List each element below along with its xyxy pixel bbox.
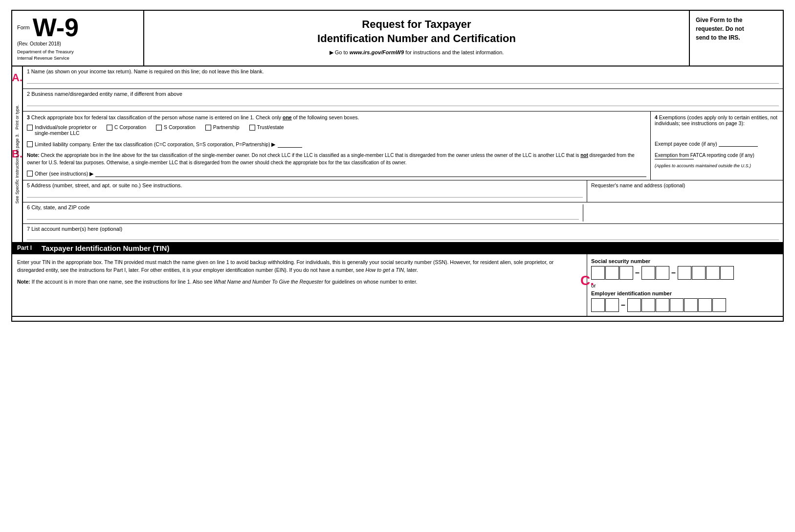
- line4-section: 4 Exemptions (codes apply only to certai…: [651, 111, 783, 180]
- ein-dash: –: [621, 301, 625, 310]
- ssn-cell-4[interactable]: [641, 266, 655, 280]
- checkbox-individual[interactable]: Individual/sole proprietor or single-mem…: [27, 124, 97, 136]
- exempt-payee-input[interactable]: [719, 146, 758, 147]
- exempt-payee: Exempt payee code (if any): [655, 141, 779, 147]
- llc-row: Limited liability company. Enter the tax…: [27, 141, 646, 148]
- line2-field: 2 Business name/disregarded entity name,…: [23, 89, 783, 111]
- marker-c: C.: [580, 273, 594, 288]
- side-label: A. Print or type. B. See Specific Instru…: [12, 66, 23, 242]
- ssn-boxes: – –: [591, 266, 779, 280]
- ein-cell-5[interactable]: [656, 298, 669, 312]
- form-label: Form: [17, 24, 30, 30]
- line6-section: 6 City, state, and ZIP code: [27, 204, 583, 222]
- line5-section: 5 Address (number, street, and apt. or s…: [23, 180, 587, 202]
- fatca-input[interactable]: [655, 159, 694, 159]
- checkbox-s-corp[interactable]: S Corporation: [156, 124, 196, 131]
- ein-label: Employer identification number: [591, 290, 779, 296]
- ssn-cell-8[interactable]: [706, 266, 720, 280]
- ssn-dash-1: –: [635, 268, 640, 277]
- line3-note: Note: Check the appropriate box in the l…: [27, 152, 646, 166]
- ein-segment-2: [627, 298, 726, 312]
- checkbox-partnership[interactable]: Partnership: [205, 124, 240, 131]
- form-w9-title: W-9: [33, 15, 79, 40]
- go-to-line: ▶ Go to www.irs.gov/FormW9 for instructi…: [149, 49, 684, 56]
- form-body: A. Print or type. B. See Specific Instru…: [12, 66, 783, 242]
- requester-block: Requester's name and address (optional): [587, 180, 783, 202]
- line6-row: 6 City, state, and ZIP code: [23, 202, 783, 224]
- checkboxes-row: Individual/sole proprietor or single-mem…: [27, 124, 646, 136]
- part1-title: Taxpayer Identification Number (TIN): [42, 244, 169, 252]
- line5-input[interactable]: [27, 191, 583, 198]
- requester-label: Requester's name and address (optional): [591, 182, 685, 188]
- checkbox-trust-box[interactable]: [249, 125, 255, 131]
- header-center: Request for Taxpayer Identification Numb…: [144, 11, 690, 66]
- checkbox-llc-box[interactable]: [27, 141, 33, 147]
- ssn-cell-2[interactable]: [605, 266, 619, 280]
- ssn-cell-3[interactable]: [619, 266, 633, 280]
- line1-input[interactable]: [27, 77, 779, 84]
- part1-label: Part I: [17, 244, 32, 251]
- ein-cell-2[interactable]: [605, 298, 619, 312]
- line3-title: 3 Check appropriate box for federal tax …: [27, 114, 646, 120]
- part1-tin-section: C. Social security number – –: [587, 254, 783, 316]
- part1-instructions: Enter your TIN in the appropriate box. T…: [12, 254, 587, 316]
- side-print-type: Print or type.: [15, 103, 20, 132]
- line4-title: 4 Exemptions (codes apply only to certai…: [655, 114, 779, 126]
- ssn-cell-9[interactable]: [720, 266, 734, 280]
- side-see-specific: See Specific Instructions on page 3.: [15, 132, 20, 206]
- line7-section: 7 List account number(s) here (optional): [23, 224, 783, 242]
- ein-cell-1[interactable]: [591, 298, 605, 312]
- ein-cell-3[interactable]: [627, 298, 641, 312]
- part1-header: Part I Taxpayer Identification Number (T…: [12, 242, 783, 254]
- part1-body: Enter your TIN in the appropriate box. T…: [12, 254, 783, 316]
- fatca-section: Exemption from FATCA reporting code (if …: [655, 153, 779, 159]
- checkbox-c-corp[interactable]: C Corporation: [107, 124, 146, 131]
- form-number-block: Form W-9: [17, 15, 138, 40]
- ssn-segment-2: [641, 266, 669, 280]
- applies-note: (Applies to accounts maintained outside …: [655, 163, 779, 168]
- header-right: Give Form to the requester. Do not send …: [690, 11, 783, 66]
- ein-cell-9[interactable]: [712, 298, 726, 312]
- line2-input[interactable]: [27, 100, 779, 106]
- rev-date: (Rev. October 2018): [17, 41, 138, 46]
- other-row[interactable]: Other (see instructions) ▶: [27, 170, 646, 177]
- line6-label: 6 City, state, and ZIP code: [27, 204, 90, 210]
- line6-input[interactable]: [27, 213, 579, 220]
- dept-line2: Internal Revenue Service: [17, 55, 138, 61]
- line5-label: 5 Address (number, street, and apt. or s…: [27, 182, 182, 188]
- line3-section: 3 Check appropriate box for federal tax …: [23, 111, 651, 180]
- form-header: Form W-9 (Rev. October 2018) Department …: [12, 11, 783, 66]
- line1-field: 1 Name (as shown on your income tax retu…: [23, 66, 783, 89]
- dept-line1: Department of the Treasury: [17, 48, 138, 55]
- ein-cell-7[interactable]: [684, 298, 698, 312]
- ein-segment-1: [591, 298, 619, 312]
- line7-label: 7 List account number(s) here (optional): [27, 226, 122, 232]
- checkbox-trust[interactable]: Trust/estate: [249, 124, 284, 131]
- requester-address[interactable]: [583, 204, 779, 222]
- line5-row: 5 Address (number, street, and apt. or s…: [23, 180, 783, 202]
- ssn-cell-5[interactable]: [656, 266, 669, 280]
- or-text: or: [591, 283, 779, 288]
- checkbox-individual-box[interactable]: [27, 125, 33, 131]
- ssn-label: Social security number: [591, 258, 779, 264]
- ssn-cell-6[interactable]: [678, 266, 691, 280]
- checkbox-other-box[interactable]: [27, 171, 33, 177]
- form-fields: 1 Name (as shown on your income tax retu…: [23, 66, 783, 242]
- checkbox-c-corp-box[interactable]: [107, 125, 112, 131]
- checkbox-partnership-box[interactable]: [205, 125, 211, 131]
- ssn-segment-1: [591, 266, 633, 280]
- llc-classification-input[interactable]: [278, 141, 302, 148]
- ein-cell-6[interactable]: [670, 298, 684, 312]
- line7-input[interactable]: [27, 234, 779, 240]
- marker-a: A.: [12, 71, 22, 84]
- line1-label: 1 Name (as shown on your income tax retu…: [27, 68, 264, 74]
- ssn-segment-3: [678, 266, 734, 280]
- ein-cell-4[interactable]: [641, 298, 655, 312]
- ssn-cell-7[interactable]: [692, 266, 706, 280]
- form-main-title: Request for Taxpayer Identification Numb…: [149, 18, 684, 45]
- bottom-border: [12, 316, 783, 321]
- other-input[interactable]: [95, 170, 646, 177]
- dept-info: Department of the Treasury Internal Reve…: [17, 48, 138, 62]
- ein-cell-8[interactable]: [698, 298, 712, 312]
- checkbox-s-corp-box[interactable]: [156, 125, 162, 131]
